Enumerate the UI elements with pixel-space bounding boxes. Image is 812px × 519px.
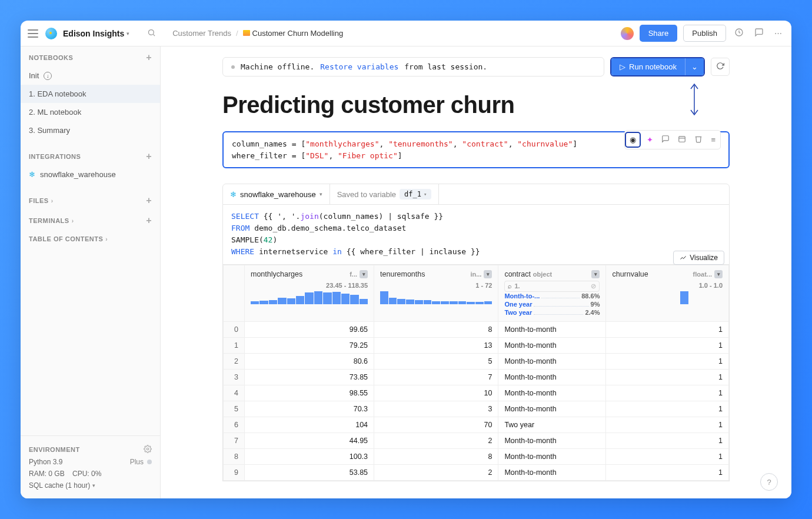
notebooks-header: NOTEBOOKS + <box>21 46 160 66</box>
table-row[interactable]: 953.852Month-to-month1 <box>224 464 729 480</box>
sidebar-item-ml[interactable]: 2. ML notebook <box>21 103 160 121</box>
env-header: ENVIRONMENT <box>29 443 152 456</box>
add-file-icon[interactable]: + <box>146 195 152 206</box>
ai-icon[interactable]: ✦ <box>643 132 657 147</box>
chevron-down-icon[interactable]: ▾ <box>127 31 129 36</box>
sql-variable[interactable]: Saved to variable df_1 ▾ <box>330 184 440 204</box>
trash-icon[interactable] <box>691 132 706 148</box>
clear-icon: ⊘ <box>591 282 596 290</box>
menu-icon[interactable] <box>28 29 38 38</box>
breadcrumb-separator: / <box>236 29 238 38</box>
visualize-button[interactable]: Visualize <box>673 251 724 265</box>
sidebar-item-summary[interactable]: 3. Summary <box>21 121 160 139</box>
status-box: Machine offline. Restore variables from … <box>222 57 604 76</box>
sparkline-icon <box>380 291 492 304</box>
column-menu-icon[interactable]: ▾ <box>714 270 723 278</box>
app-window: Edison Insights ▾ Customer Trends / Cust… <box>21 21 791 498</box>
calendar-icon[interactable] <box>674 132 690 148</box>
chevron-down-icon: ⌄ <box>691 62 698 71</box>
comment-icon[interactable] <box>658 132 673 148</box>
svg-rect-5 <box>679 137 685 142</box>
comment-icon[interactable] <box>752 25 766 41</box>
column-menu-icon[interactable]: ▾ <box>360 270 368 278</box>
download-icon: ↓ <box>44 72 52 80</box>
table-output: Visualize monthlycharges f...▾23.45 - 11… <box>222 265 730 481</box>
status-text: Machine offline. <box>241 62 314 71</box>
status-dot-icon <box>147 460 152 464</box>
search-icon: ⌕ <box>508 282 512 290</box>
integrations-header: INTEGRATIONS + <box>21 145 160 165</box>
chevron-right-icon: › <box>51 198 54 204</box>
gear-icon[interactable] <box>144 445 152 454</box>
breadcrumb-parent[interactable]: Customer Trends <box>172 29 231 38</box>
column-header[interactable]: monthlycharges f...▾23.45 - 118.35 <box>245 265 374 321</box>
toc-header[interactable]: TABLE OF CONTENTS› <box>21 229 160 246</box>
more-icon[interactable]: ≡ <box>707 132 719 147</box>
svg-point-0 <box>149 29 154 35</box>
run-notebook-group: ▷ Run notebook ⌄ <box>610 57 705 76</box>
environment-panel: ENVIRONMENT Python 3.9 Plus RAM: 0 GB CP… <box>21 435 160 498</box>
chevron-down-icon: ▾ <box>424 191 427 197</box>
restore-link[interactable]: Restore variables <box>320 62 398 71</box>
table-row[interactable]: 099.658Month-to-month1 <box>224 321 729 337</box>
play-icon: ▷ <box>620 62 625 71</box>
breadcrumb: Customer Trends / Customer Churn Modelli… <box>172 29 343 38</box>
terminals-header[interactable]: TERMINALS› + <box>21 209 160 229</box>
column-filter-input[interactable]: ⌕ 1.⊘ <box>504 281 600 292</box>
arrow-annotation-icon <box>688 82 700 117</box>
add-terminal-icon[interactable]: + <box>146 215 152 226</box>
breadcrumb-current[interactable]: Customer Churn Modelling <box>243 29 344 38</box>
publish-button[interactable]: Publish <box>683 25 726 42</box>
table-row[interactable]: 744.952Month-to-month1 <box>224 432 729 448</box>
column-header[interactable]: contract object▾⌕ 1.⊘Month-to-...88.6%On… <box>498 265 606 321</box>
refresh-button[interactable] <box>711 58 730 76</box>
topbar-right: Share Publish ⋯ <box>621 25 784 42</box>
sql-cell[interactable]: SELECT {{ ', '.join(column_names) | sqls… <box>222 205 730 265</box>
sidebar-item-snowflake[interactable]: ❄ snowflake_warehouse <box>21 165 160 184</box>
chevron-right-icon: › <box>105 236 108 242</box>
table-row[interactable]: 610470Two year1 <box>224 417 729 432</box>
search-icon[interactable] <box>147 28 156 39</box>
snowflake-icon: ❄ <box>230 190 237 199</box>
more-icon[interactable]: ⋯ <box>772 26 784 40</box>
table-row[interactable]: 8100.38Month-to-month1 <box>224 448 729 464</box>
sql-connection[interactable]: ❄ snowflake_warehouse ▾ <box>223 184 330 204</box>
chevron-down-icon: ▾ <box>92 483 95 488</box>
sparkline-icon <box>612 291 723 304</box>
snowflake-icon: ❄ <box>29 170 35 179</box>
table-row[interactable]: 498.5510Month-to-month1 <box>224 385 729 401</box>
sql-cell-header: ❄ snowflake_warehouse ▾ Saved to variabl… <box>222 184 730 205</box>
clock-icon[interactable] <box>732 25 746 41</box>
workspace-name[interactable]: Edison Insights <box>63 29 124 38</box>
page-title: Predicting customer churn <box>222 92 730 118</box>
data-table: monthlycharges f...▾23.45 - 118.35tenure… <box>223 265 729 481</box>
help-button[interactable]: ? <box>760 473 778 491</box>
add-integration-icon[interactable]: + <box>146 151 152 162</box>
status-dot-icon <box>231 65 235 69</box>
share-button[interactable]: Share <box>640 25 678 42</box>
env-tier: Plus <box>130 458 144 466</box>
svg-line-1 <box>154 34 155 36</box>
sidebar-item-init[interactable]: Init ↓ <box>21 66 160 85</box>
avatar[interactable] <box>621 27 634 40</box>
sparkline-icon <box>251 291 368 304</box>
sidebar-item-eda[interactable]: 1. EDA notebook <box>21 85 160 103</box>
cell-run-button[interactable]: ◉ <box>625 132 641 148</box>
run-dropdown-button[interactable]: ⌄ <box>685 58 704 75</box>
add-notebook-icon[interactable]: + <box>146 52 152 63</box>
main-content: Machine offline. Restore variables from … <box>161 46 791 498</box>
column-header[interactable]: churnvalue float...▾1.0 - 1.0 <box>606 265 729 321</box>
sidebar: NOTEBOOKS + Init ↓ 1. EDA notebook 2. ML… <box>21 46 161 498</box>
column-header[interactable]: tenuremonths in...▾1 - 72 <box>374 265 498 321</box>
table-row[interactable]: 280.65Month-to-month1 <box>224 353 729 369</box>
table-row[interactable]: 179.2513Month-to-month1 <box>224 337 729 353</box>
column-menu-icon[interactable]: ▾ <box>484 270 492 278</box>
files-header[interactable]: FILES› + <box>21 189 160 209</box>
run-notebook-button[interactable]: ▷ Run notebook <box>611 58 685 75</box>
env-cache[interactable]: SQL cache (1 hour) ▾ <box>29 480 152 491</box>
variable-chip[interactable]: df_1 ▾ <box>400 189 431 199</box>
table-row[interactable]: 570.33Month-to-month1 <box>224 401 729 417</box>
table-row[interactable]: 373.857Month-to-month1 <box>224 369 729 385</box>
column-menu-icon[interactable]: ▾ <box>591 270 600 278</box>
notebook-icon <box>243 30 250 36</box>
